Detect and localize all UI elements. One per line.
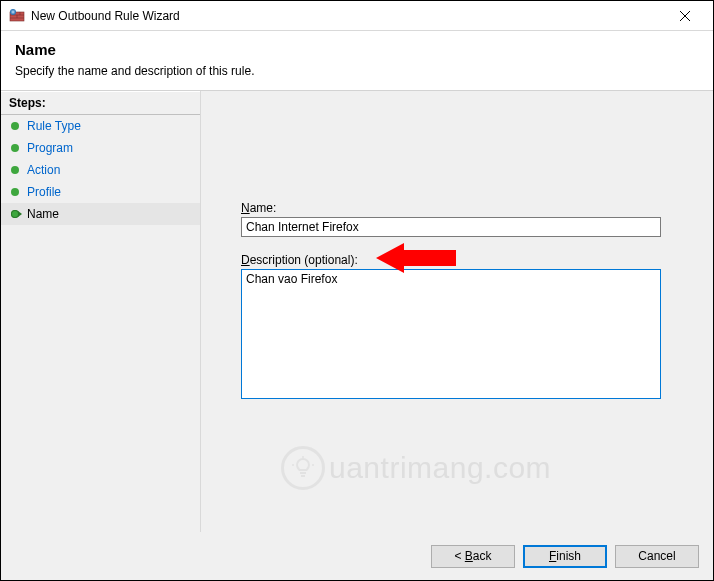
step-item-profile[interactable]: Profile bbox=[1, 181, 200, 203]
step-label: Program bbox=[27, 141, 73, 155]
cancel-button[interactable]: Cancel bbox=[615, 545, 699, 568]
close-icon bbox=[680, 11, 690, 21]
step-bullet-icon bbox=[11, 188, 19, 196]
step-label: Name bbox=[27, 207, 59, 221]
wizard-footer: < Back Finish Cancel bbox=[1, 532, 713, 580]
step-label: Rule Type bbox=[27, 119, 81, 133]
page-subtitle: Specify the name and description of this… bbox=[15, 64, 699, 78]
window-title: New Outbound Rule Wizard bbox=[31, 9, 665, 23]
svg-rect-7 bbox=[12, 10, 15, 13]
step-bullet-icon bbox=[11, 144, 19, 152]
main-panel: Name: Description (optional): bbox=[201, 91, 713, 532]
step-label: Action bbox=[27, 163, 60, 177]
back-button[interactable]: < Back bbox=[431, 545, 515, 568]
firewall-icon bbox=[9, 8, 25, 24]
description-field-group: Description (optional): bbox=[241, 253, 673, 402]
step-label: Profile bbox=[27, 185, 61, 199]
finish-button[interactable]: Finish bbox=[523, 545, 607, 568]
name-field-group: Name: bbox=[241, 201, 673, 237]
name-input[interactable] bbox=[241, 217, 661, 237]
titlebar: New Outbound Rule Wizard bbox=[1, 1, 713, 31]
steps-sidebar: Steps: Rule TypeProgramActionProfileName bbox=[1, 91, 201, 532]
step-bullet-icon bbox=[11, 166, 19, 174]
steps-header: Steps: bbox=[1, 91, 200, 115]
close-button[interactable] bbox=[665, 2, 705, 30]
description-textarea[interactable] bbox=[241, 269, 661, 399]
step-item-action[interactable]: Action bbox=[1, 159, 200, 181]
step-bullet-icon bbox=[11, 210, 19, 218]
wizard-header: Name Specify the name and description of… bbox=[1, 31, 713, 91]
step-item-rule-type[interactable]: Rule Type bbox=[1, 115, 200, 137]
step-item-program[interactable]: Program bbox=[1, 137, 200, 159]
step-item-name[interactable]: Name bbox=[1, 203, 200, 225]
name-label: Name: bbox=[241, 201, 673, 215]
page-title: Name bbox=[15, 41, 699, 58]
wizard-window: New Outbound Rule Wizard Name Specify th… bbox=[0, 0, 714, 581]
description-label: Description (optional): bbox=[241, 253, 673, 267]
wizard-body: Steps: Rule TypeProgramActionProfileName… bbox=[1, 91, 713, 532]
step-bullet-icon bbox=[11, 122, 19, 130]
